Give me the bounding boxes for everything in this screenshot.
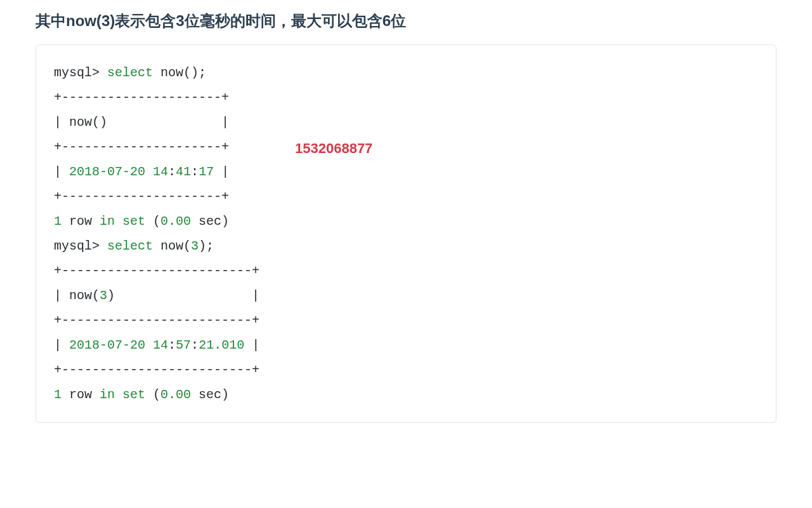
time-value: 57 [176, 338, 191, 352]
code-text: | now( [54, 288, 100, 303]
time-value: 21.010 [199, 338, 244, 352]
code-line: +---------------------+ [54, 85, 758, 110]
code-text [145, 338, 153, 352]
code-text: row [62, 214, 100, 229]
prompt-text: mysql> [54, 239, 107, 253]
code-text: | [214, 164, 229, 179]
keyword-set: set [122, 214, 145, 229]
date-value: 2018-07-20 [69, 164, 145, 179]
code-text: : [191, 164, 199, 179]
code-line: 1 row in set (0.00 sec) [54, 382, 758, 407]
code-text: | [54, 164, 69, 179]
prompt-text: mysql> [54, 65, 107, 80]
code-line: | now(3) | [54, 283, 758, 308]
code-text: : [191, 338, 199, 352]
code-text: | [54, 338, 69, 352]
code-text [115, 387, 122, 402]
code-text: ( [145, 214, 160, 229]
number-value: 0.00 [160, 387, 191, 402]
code-text [145, 164, 153, 179]
keyword-in: in [100, 214, 115, 229]
time-value: 14 [153, 338, 168, 352]
code-text: ); [199, 239, 214, 253]
code-line: mysql> select now(); [54, 60, 758, 85]
keyword-select: select [107, 65, 153, 80]
code-text: row [62, 387, 100, 402]
number-value: 3 [191, 239, 199, 253]
code-text: ( [145, 387, 160, 402]
code-text: sec) [191, 214, 229, 229]
code-text: now( [153, 239, 191, 253]
code-line: | 2018-07-20 14:57:21.010 | [54, 333, 758, 358]
time-value: 41 [176, 164, 191, 179]
code-line: mysql> select now(3); [54, 234, 758, 258]
code-line: | 2018-07-20 14:41:17 | [54, 159, 758, 184]
code-text: now(); [153, 65, 206, 80]
date-value: 2018-07-20 [69, 338, 145, 352]
time-value: 17 [199, 164, 214, 179]
code-text: : [168, 338, 176, 352]
code-line: 1 row in set (0.00 sec) [54, 209, 758, 234]
keyword-in: in [100, 387, 115, 402]
keyword-set: set [122, 387, 145, 402]
number-value: 0.00 [160, 214, 191, 229]
code-line: +-------------------------+ [54, 308, 758, 333]
code-text: | [244, 338, 259, 352]
number-value: 3 [100, 288, 107, 303]
code-text: : [168, 164, 176, 179]
code-text [115, 214, 122, 229]
code-block: 1532068877 mysql> select now(); +-------… [36, 44, 776, 423]
number-value: 1 [54, 387, 62, 402]
keyword-select: select [107, 239, 153, 253]
timestamp-annotation: 1532068877 [295, 135, 372, 163]
code-text: sec) [191, 387, 229, 402]
code-line: +---------------------+ [54, 184, 758, 209]
section-heading: 其中now(3)表示包含3位毫秒的时间，最大可以包含6位 [0, 0, 812, 44]
code-text: ) | [107, 288, 259, 303]
time-value: 14 [153, 164, 168, 179]
code-line: +---------------------+ [54, 135, 758, 159]
code-line: +-------------------------+ [54, 358, 758, 382]
code-line: | now() | [54, 110, 758, 135]
code-line: +-------------------------+ [54, 258, 758, 283]
number-value: 1 [54, 214, 62, 229]
